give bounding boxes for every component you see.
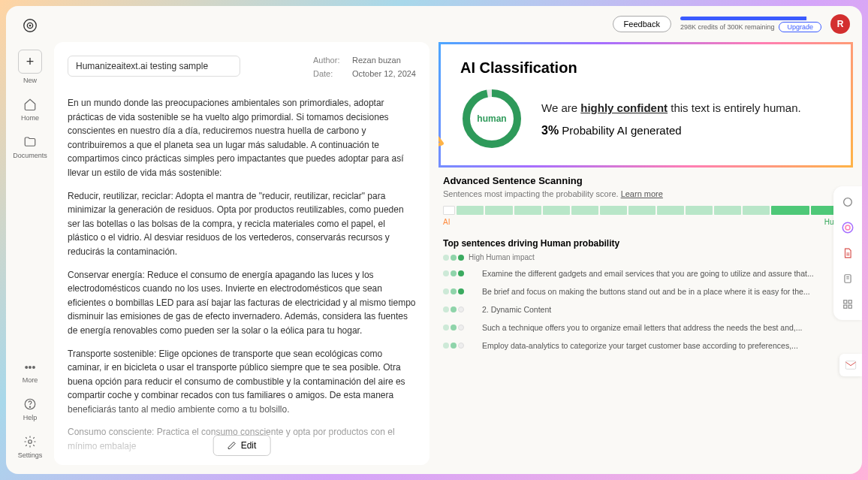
scan-segment bbox=[443, 206, 455, 215]
home-icon bbox=[23, 98, 37, 111]
scan-segment bbox=[485, 206, 512, 215]
rail-circle-icon[interactable] bbox=[841, 195, 854, 209]
svg-point-4 bbox=[29, 406, 30, 407]
edit-button[interactable]: Edit bbox=[213, 435, 271, 456]
sentence-row[interactable]: Such a technique offers you to organize … bbox=[443, 323, 848, 332]
learn-more-link[interactable]: Learn more bbox=[621, 189, 663, 198]
tool-rail bbox=[833, 186, 862, 320]
analysis-panel: AI Classification human We are highly co… bbox=[439, 42, 853, 465]
scan-segment bbox=[714, 206, 741, 215]
plus-icon: + bbox=[18, 50, 42, 74]
date-label: Date: bbox=[313, 69, 346, 78]
topbar: Feedback 298K credits of 300K remaining … bbox=[54, 6, 862, 42]
app-logo[interactable] bbox=[20, 15, 41, 36]
svg-point-2 bbox=[29, 25, 32, 27]
svg-point-8 bbox=[844, 198, 852, 207]
rail-grid-icon[interactable] bbox=[841, 297, 854, 311]
scanning-section: Advanced Sentence Scanning Sentences mos… bbox=[439, 175, 853, 350]
sentence-row[interactable]: 2. Dynamic Content bbox=[443, 305, 848, 314]
scan-segment bbox=[657, 206, 684, 215]
sidebar: + New Home Documents ••• More Help bbox=[6, 6, 54, 474]
classification-card: AI Classification human We are highly co… bbox=[439, 42, 853, 168]
scan-segment bbox=[686, 206, 713, 215]
author-value: Rezan buzan bbox=[352, 56, 401, 65]
sidebar-label-help: Help bbox=[23, 414, 38, 421]
credits-widget: 298K credits of 300K remaining Upgrade bbox=[680, 17, 821, 32]
impact-legend: High Human impact bbox=[443, 253, 848, 261]
sentence-text: Examine the different gadgets and email … bbox=[482, 269, 848, 278]
sidebar-label-more: More bbox=[23, 376, 38, 384]
svg-rect-12 bbox=[844, 300, 847, 303]
scan-segment bbox=[628, 206, 656, 215]
classification-title: AI Classification bbox=[460, 59, 831, 77]
scan-segment bbox=[514, 206, 541, 215]
pencil-icon bbox=[228, 441, 237, 450]
sentence-text: Such a technique offers you to organize … bbox=[482, 323, 848, 332]
confidence-text: We are highly confident this text is ent… bbox=[541, 100, 801, 117]
sentence-row[interactable]: Employ data-analytics to categorize your… bbox=[443, 341, 848, 350]
document-panel: Author:Rezan buzan Date:October 12, 2024… bbox=[54, 42, 429, 465]
scan-segment bbox=[543, 206, 570, 215]
credits-text: 298K credits of 300K remaining bbox=[680, 23, 775, 31]
date-value: October 12, 2024 bbox=[352, 69, 416, 78]
more-icon: ••• bbox=[25, 361, 36, 373]
sentence-list: Examine the different gadgets and email … bbox=[443, 269, 848, 350]
probability-line: 3% Probability AI generated bbox=[541, 124, 801, 137]
sidebar-item-more[interactable]: ••• More bbox=[23, 361, 38, 384]
rail-target-icon[interactable] bbox=[841, 221, 854, 234]
scan-segment bbox=[457, 206, 484, 215]
scan-bar bbox=[443, 206, 848, 215]
feedback-button[interactable]: Feedback bbox=[613, 16, 671, 32]
arrow-icon bbox=[439, 127, 448, 157]
sidebar-label-settings: Settings bbox=[18, 451, 43, 459]
sentence-text: 2. Dynamic Content bbox=[482, 305, 848, 314]
avatar[interactable]: R bbox=[830, 14, 850, 34]
sidebar-item-settings[interactable]: Settings bbox=[18, 435, 43, 459]
document-body: En un mundo donde las preocupaciones amb… bbox=[68, 96, 416, 451]
impact-label: High Human impact bbox=[469, 253, 535, 261]
gear-icon bbox=[23, 435, 37, 448]
sidebar-label-new: New bbox=[23, 77, 37, 84]
scan-segment bbox=[743, 206, 770, 215]
sidebar-item-documents[interactable]: Documents bbox=[13, 135, 47, 159]
help-icon bbox=[23, 397, 37, 411]
rail-doc-icon[interactable] bbox=[841, 246, 854, 260]
folder-icon bbox=[23, 135, 37, 149]
edit-label: Edit bbox=[241, 440, 257, 451]
svg-rect-13 bbox=[848, 300, 851, 303]
sidebar-label-home: Home bbox=[21, 114, 39, 122]
document-paragraph: En un mundo donde las preocupaciones amb… bbox=[68, 96, 416, 180]
sentence-row[interactable]: Be brief and focus on making the buttons… bbox=[443, 287, 848, 296]
scan-segment bbox=[771, 206, 809, 215]
scanning-subtitle: Sentences most impacting the probability… bbox=[443, 189, 848, 198]
document-paragraph: Reducir, reutilizar, reciclar: Adopta el… bbox=[68, 189, 416, 259]
upgrade-button[interactable]: Upgrade bbox=[779, 22, 821, 32]
sentence-text: Employ data-analytics to categorize your… bbox=[482, 341, 848, 350]
top-sentences-title: Top sentences driving Human probability bbox=[443, 238, 848, 249]
sidebar-item-help[interactable]: Help bbox=[23, 397, 38, 421]
author-label: Author: bbox=[313, 56, 346, 65]
svg-rect-15 bbox=[848, 305, 851, 308]
credits-bar bbox=[680, 17, 808, 20]
sentence-row[interactable]: Examine the different gadgets and email … bbox=[443, 269, 848, 278]
svg-rect-14 bbox=[844, 305, 847, 308]
scan-segment bbox=[600, 206, 627, 215]
svg-point-10 bbox=[845, 225, 850, 230]
scan-segment bbox=[571, 206, 598, 215]
svg-point-9 bbox=[842, 222, 853, 233]
sidebar-label-documents: Documents bbox=[13, 152, 47, 159]
sidebar-item-new[interactable]: + New bbox=[18, 50, 42, 84]
document-title-input[interactable] bbox=[68, 56, 240, 77]
float-mail-icon[interactable] bbox=[839, 354, 862, 376]
donut-label: human bbox=[477, 113, 506, 124]
legend-ai: AI bbox=[443, 218, 450, 226]
donut-chart: human bbox=[460, 87, 523, 150]
rail-note-icon[interactable] bbox=[841, 272, 854, 285]
document-paragraph: Transporte sostenible: Elige opciones de… bbox=[68, 347, 416, 417]
sentence-text: Be brief and focus on making the buttons… bbox=[482, 287, 848, 296]
svg-point-5 bbox=[29, 440, 32, 444]
scanning-title: Advanced Sentence Scanning bbox=[443, 175, 848, 186]
sidebar-item-home[interactable]: Home bbox=[21, 98, 39, 122]
document-paragraph: Conservar energía: Reduce el consumo de … bbox=[68, 268, 416, 338]
svg-rect-16 bbox=[845, 361, 855, 370]
